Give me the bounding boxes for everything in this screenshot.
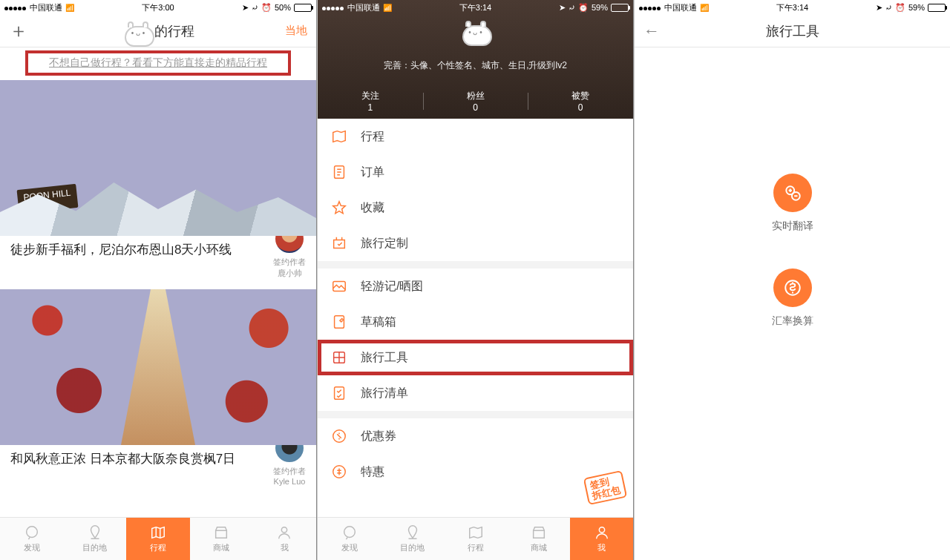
map-icon [150,524,166,541]
lock-icon: ⤾ [252,3,258,13]
wifi-icon [383,3,392,12]
status-bar: 中国联通 下午3:00 ➤ ⤾ ⏰ 50% [0,0,316,15]
shop-icon [213,524,229,541]
order-icon [331,164,347,180]
coupon-icon [331,428,347,444]
tab-itinerary[interactable]: 行程 [126,518,189,560]
menu-favorites[interactable]: 收藏 [318,190,633,225]
card-title: 徒步新手福利，尼泊尔布恩山8天小环线 [10,242,273,259]
header: ＋ 的行程 当地 [0,15,316,47]
custom-icon [331,235,347,251]
menu-coupons[interactable]: 优惠券 [318,418,633,454]
local-link[interactable]: 当地 [285,24,307,38]
stat-fans[interactable]: 粉丝0 [423,90,528,113]
signal-dots-icon [639,3,661,12]
tab-discover[interactable]: 发现 [0,518,63,560]
carrier-label: 中国联通 [30,2,62,13]
mascot-icon [122,19,154,44]
wifi-icon [700,3,709,12]
add-icon[interactable]: ＋ [9,18,28,44]
trip-card[interactable]: 和风秋意正浓 日本京都大阪奈良赏枫7日 签约作者 Kyle Luo [0,289,316,489]
map-icon [468,524,484,541]
tool-label: 实时翻译 [772,220,813,233]
battery-icon [611,4,629,12]
banner-hint[interactable]: 不想自己做行程？看看下方能直接走的精品行程 [25,50,291,76]
menu-drafts[interactable]: 草稿箱 [318,304,633,340]
alarm-icon: ⏰ [578,3,589,13]
profile-stats: 关注1 粉丝0 被赞0 [318,90,633,113]
stat-likes[interactable]: 被赞0 [528,90,633,113]
tab-mall[interactable]: 商城 [507,518,570,560]
person-icon [594,524,610,541]
checkin-hongbao[interactable]: 签到拆红包 [586,474,629,513]
svg-point-10 [344,527,355,538]
profile-header: 中国联通 下午3:14 ➤ ⤾ ⏰ 59% 完善：头像、个性签名、城市、生日,升… [318,0,633,119]
menu-notes[interactable]: 轻游记/晒图 [318,269,633,304]
screen-itinerary: 中国联通 下午3:00 ➤ ⤾ ⏰ 50% ＋ 的行程 当地 不想自己做行程？看… [0,0,316,560]
page-title: 旅行工具 [766,22,819,40]
shop-icon [531,524,547,541]
pin-icon [87,524,103,541]
tool-translate[interactable]: 实时翻译 [772,174,813,233]
battery-icon [928,4,946,12]
card-image: POON HILL3210 [0,80,316,236]
svg-rect-7 [335,387,344,400]
compass-icon: ➤ [559,3,566,13]
tab-me[interactable]: 我 [570,518,633,560]
tab-me[interactable]: 我 [253,518,316,560]
signal-dots-icon [322,3,344,12]
lock-icon: ⤾ [885,3,892,13]
tab-bar: 发现 目的地 行程 商城 我 [0,517,316,560]
svg-point-1 [282,527,287,533]
back-button[interactable]: ← [643,22,660,41]
menu-custom[interactable]: 旅行定制 [318,225,633,261]
wifi-icon [65,3,74,12]
battery-icon [294,4,312,12]
tab-itinerary[interactable]: 行程 [444,518,507,560]
card-title: 和风秋意正浓 日本京都大阪奈良赏枫7日 [10,451,273,468]
clock-label: 下午3:00 [142,2,174,13]
svg-point-11 [599,527,604,533]
compass-icon: ➤ [876,3,882,13]
stat-follow[interactable]: 关注1 [318,90,423,113]
bubble-icon [341,524,358,541]
battery-pct: 50% [275,3,291,12]
menu-checklist[interactable]: 旅行清单 [318,375,633,411]
tab-discover[interactable]: 发现 [318,518,381,560]
screen-tools: 中国联通 下午3:14 ➤ ⤾ ⏰ 59% ← 旅行工具 实时翻译 汇率换算 [634,0,950,560]
carrier-label: 中国联通 [347,2,380,13]
star-icon [331,200,347,216]
svg-point-0 [26,527,37,538]
signal-dots-icon [4,3,27,12]
poon-hill-sign: POON HILL3210 [18,187,77,211]
menu-travel-tools[interactable]: 旅行工具 [318,340,633,375]
menu-orders[interactable]: 订单 [318,154,633,190]
lock-icon: ⤾ [569,3,575,13]
map-icon [331,128,347,145]
status-bar: 中国联通 下午3:14 ➤ ⤾ ⏰ 59% [318,0,633,15]
tab-destination[interactable]: 目的地 [63,518,126,560]
trip-card[interactable]: POON HILL3210 徒步新手福利，尼泊尔布恩山8天小环线 签约作者 鹿小… [0,80,316,282]
currency-icon [773,269,812,307]
profile-hint: 完善：头像、个性签名、城市、生日,升级到lv2 [318,59,633,72]
mascot-avatar[interactable] [459,18,492,43]
compass-icon: ➤ [242,3,249,13]
translate-icon [773,174,812,212]
tab-bar: 发现 目的地 行程 商城 我 [318,517,633,560]
deal-icon [331,464,347,480]
tools-icon [331,349,347,366]
battery-pct: 59% [592,3,608,12]
card-image [0,289,316,445]
pin-icon [404,524,421,541]
svg-rect-5 [335,316,344,329]
tab-mall[interactable]: 商城 [190,518,253,560]
alarm-icon: ⏰ [261,3,272,13]
person-icon [276,524,292,541]
alarm-icon: ⏰ [895,3,905,13]
tool-currency[interactable]: 汇率换算 [772,269,813,328]
tab-destination[interactable]: 目的地 [381,518,444,560]
tool-label: 汇率换算 [772,314,813,328]
photo-icon [331,278,347,294]
menu-itinerary[interactable]: 行程 [318,119,633,154]
checklist-icon [331,385,347,401]
